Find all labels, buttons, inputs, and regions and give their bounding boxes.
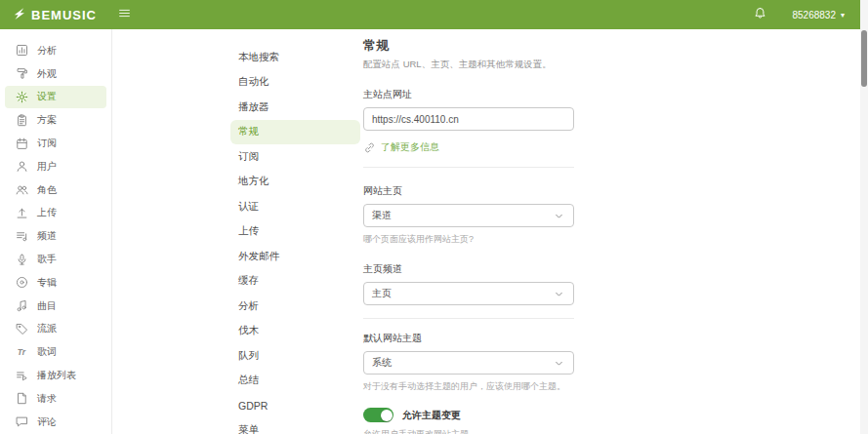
page-title: 常规 bbox=[363, 37, 574, 55]
sidebar-item-genres[interactable]: 流派 bbox=[5, 318, 106, 341]
sidebar-item-label: 分析 bbox=[37, 44, 57, 58]
theme-helper: 对于没有手动选择主题的用户，应该使用哪个主题。 bbox=[363, 380, 574, 393]
sidebar-item-label: 请求 bbox=[37, 392, 57, 406]
submenu-item-logging[interactable]: 伐木 bbox=[230, 319, 360, 344]
lyrics-icon: Tr bbox=[15, 347, 28, 357]
submenu-item-outgoing-email[interactable]: 外发邮件 bbox=[230, 244, 360, 269]
scrollbar-thumb[interactable] bbox=[861, 30, 867, 87]
submenu-item-subscriptions[interactable]: 订阅 bbox=[230, 144, 360, 170]
sidebar-item-roles[interactable]: 角色 bbox=[5, 178, 106, 202]
theme-select[interactable]: 系统 bbox=[363, 351, 574, 375]
page-subtitle: 配置站点 URL、主页、主题和其他常规设置。 bbox=[363, 59, 574, 71]
submenu-item-search[interactable]: 本地搜索 bbox=[230, 45, 360, 70]
sidebar-item-settings[interactable]: 设置 bbox=[5, 86, 106, 109]
homepage-channel-select-value: 主页 bbox=[372, 287, 392, 300]
homepage-channel-label: 主页频道 bbox=[363, 262, 574, 276]
note-icon bbox=[15, 299, 28, 312]
sidebar-item-label: 评论 bbox=[37, 415, 57, 429]
theme-change-row: 允许主题变更 bbox=[363, 408, 574, 422]
learn-more-row: 了解更多信息 bbox=[363, 140, 574, 154]
allow-theme-change-toggle[interactable] bbox=[363, 408, 393, 422]
tag-icon bbox=[15, 323, 28, 335]
sidebar-item-label: 流派 bbox=[37, 322, 57, 335]
sidebar-item-analytics[interactable]: 分析 bbox=[5, 39, 106, 62]
submenu-item-automation[interactable]: 自动化 bbox=[230, 70, 360, 96]
mic-icon bbox=[15, 254, 28, 266]
sidebar-item-label: 订阅 bbox=[37, 137, 57, 150]
playlist-icon bbox=[15, 370, 28, 382]
sidebar-item-channels[interactable]: 频道 bbox=[5, 224, 106, 248]
notifications-button[interactable] bbox=[754, 6, 766, 23]
homepage-select-value: 渠道 bbox=[372, 209, 392, 222]
toggle-label: 允许主题变更 bbox=[402, 409, 461, 422]
submenu-item-general[interactable]: 常规 bbox=[230, 120, 360, 145]
sidebar-item-appearance[interactable]: 外观 bbox=[5, 62, 106, 86]
sidebar-item-tracks[interactable]: 曲目 bbox=[5, 295, 106, 318]
bell-icon bbox=[754, 6, 766, 23]
submenu-item-gdpr[interactable]: GDPR bbox=[230, 393, 360, 418]
gear-icon bbox=[15, 91, 28, 103]
homepage-channel-select[interactable]: 主页 bbox=[363, 282, 574, 305]
bemusic-logo-icon bbox=[12, 6, 25, 23]
submenu-item-analytics[interactable]: 分析 bbox=[230, 294, 360, 319]
sidebar-item-playlists[interactable]: 播放列表 bbox=[5, 364, 106, 387]
sidebar-item-artists[interactable]: 歌手 bbox=[5, 248, 106, 271]
sidebar-item-comments[interactable]: 评论 bbox=[5, 411, 106, 434]
divider bbox=[363, 318, 574, 319]
sidebar-item-label: 外观 bbox=[37, 67, 57, 81]
sidebar-item-albums[interactable]: 专辑 bbox=[5, 271, 106, 295]
sidebar-item-label: 方案 bbox=[37, 113, 57, 127]
chevron-down-icon bbox=[553, 288, 565, 300]
learn-more-link[interactable]: 了解更多信息 bbox=[381, 140, 439, 154]
sidebar-item-requests[interactable]: 请求 bbox=[5, 387, 106, 411]
theme-select-value: 系统 bbox=[372, 356, 392, 370]
user-id: 85268832 bbox=[792, 10, 836, 20]
brand-logo[interactable]: BEMUSIC bbox=[0, 6, 97, 23]
doc-icon bbox=[15, 392, 28, 405]
chevron-down-icon bbox=[553, 357, 565, 370]
sidebar-item-uploads[interactable]: 上传 bbox=[5, 202, 106, 225]
site-url-input[interactable] bbox=[363, 107, 574, 131]
sidebar-item-subscriptions[interactable]: 订阅 bbox=[5, 132, 106, 155]
calendar-icon bbox=[15, 138, 28, 150]
submenu-item-authentication[interactable]: 认证 bbox=[230, 194, 360, 219]
chevron-down-icon: ▾ bbox=[841, 11, 845, 20]
users-icon bbox=[15, 183, 28, 196]
clipboard-icon bbox=[15, 114, 28, 127]
site-url-label: 主站点网址 bbox=[363, 88, 574, 101]
chevron-down-icon bbox=[553, 210, 565, 222]
submenu-item-cache[interactable]: 缓存 bbox=[230, 269, 360, 295]
submenu-item-player[interactable]: 播放器 bbox=[230, 95, 360, 120]
submenu-item-localization[interactable]: 地方化 bbox=[230, 170, 360, 195]
sidebar-item-label: 上传 bbox=[37, 206, 57, 219]
submenu-item-uploads[interactable]: 上传 bbox=[230, 219, 360, 245]
homepage-helper: 哪个页面应该用作网站主页? bbox=[363, 233, 574, 246]
top-bar: BEMUSIC 85268832 ▾ bbox=[0, 0, 860, 29]
sidebar-item-plans[interactable]: 方案 bbox=[5, 108, 106, 132]
homepage-select[interactable]: 渠道 bbox=[363, 204, 574, 227]
hamburger-icon bbox=[118, 6, 131, 23]
submenu-item-menus[interactable]: 菜单 bbox=[230, 418, 360, 434]
comment-icon bbox=[15, 415, 28, 428]
sidebar-item-label: 播放列表 bbox=[37, 369, 76, 382]
sidebar-item-label: 歌词 bbox=[37, 345, 57, 359]
submenu-item-recaptcha[interactable]: 总结 bbox=[230, 369, 360, 394]
brand-name: BEMUSIC bbox=[31, 8, 97, 22]
sidebar-item-label: 专辑 bbox=[37, 276, 57, 290]
sidebar-item-label: 曲目 bbox=[37, 299, 57, 313]
divider bbox=[363, 167, 574, 168]
submenu-item-queue[interactable]: 队列 bbox=[230, 343, 360, 369]
user-menu[interactable]: 85268832 ▾ bbox=[792, 10, 845, 20]
settings-submenu: 本地搜索自动化播放器常规订阅地方化认证上传外发邮件缓存分析伐木队列总结GDPR菜… bbox=[112, 29, 363, 434]
main-content: 常规 配置站点 URL、主页、主题和其他常规设置。 主站点网址 了解更多信息 网… bbox=[363, 29, 574, 434]
link-icon bbox=[363, 141, 376, 154]
sidebar-item-label: 用户 bbox=[37, 160, 57, 174]
topbar-right: 85268832 ▾ bbox=[754, 6, 860, 23]
app: BEMUSIC 85268832 ▾ 分析外观设置方案订阅用户角色上传频道歌手专… bbox=[0, 0, 868, 434]
scrollbar[interactable] bbox=[860, 0, 868, 434]
disc-icon bbox=[15, 276, 28, 289]
sidebar-item-users[interactable]: 用户 bbox=[5, 155, 106, 178]
sidebar-toggle-button[interactable] bbox=[118, 6, 131, 23]
sidebar-item-lyrics[interactable]: Tr歌词 bbox=[5, 340, 106, 364]
sidebar: 分析外观设置方案订阅用户角色上传频道歌手专辑曲目流派Tr歌词播放列表请求评论 bbox=[0, 29, 112, 434]
